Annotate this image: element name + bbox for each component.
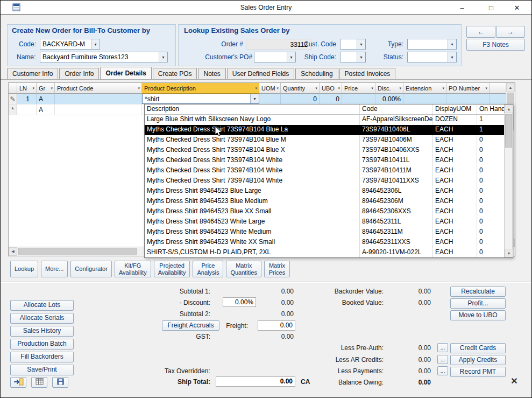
lookup-list-row[interactable]: SHIRT-S/S,CUSTOM H-D PLAID,PRT, 2XLA-990… — [145, 248, 504, 257]
status-combo[interactable]: ▾ — [407, 52, 457, 62]
column-header-product-code[interactable]: Product Code▾ — [55, 83, 142, 94]
tab-order-details[interactable]: Order Details — [100, 67, 151, 80]
lookup-list-row[interactable]: Myths Dress Shirt 89464523 White Medium8… — [145, 227, 504, 238]
apply-credits-button[interactable]: Apply Credits — [450, 355, 506, 365]
kit-fg-availability-button[interactable]: Kit/FG Availability — [115, 261, 151, 277]
minimize-button[interactable]: – — [450, 1, 474, 15]
lookup-column-header-on-hand[interactable]: On Hand — [477, 104, 504, 114]
lookup-list-row[interactable]: Myths Checked Dress Shirt 73S974B104 Blu… — [145, 145, 504, 156]
cell-product-code[interactable] — [55, 94, 142, 104]
product-description-dropdown-button[interactable]: ▾ — [250, 94, 259, 103]
lookup-list-row[interactable]: Myths Checked Dress Shirt 73S974B104 Blu… — [145, 135, 504, 145]
column-filter-icon[interactable]: ▾ — [371, 86, 373, 90]
next-order-button[interactable]: → — [496, 26, 525, 38]
column-filter-icon[interactable]: ▾ — [338, 86, 340, 90]
tab-create-pos[interactable]: Create POs — [153, 68, 197, 80]
projected-availability-button[interactable]: Projected Availability — [154, 261, 190, 277]
record-pmt-button[interactable]: Record PMT — [450, 367, 506, 377]
tab-user-defined-fields[interactable]: User Defined Fields — [227, 68, 294, 80]
chevron-down-icon[interactable]: ▾ — [357, 52, 365, 62]
column-header-gr[interactable]: Gr▾ — [37, 83, 55, 94]
customer-po-combo[interactable]: ▾ — [254, 52, 296, 62]
f3-notes-button[interactable]: F3 Notes — [466, 39, 525, 51]
more-button[interactable]: More... — [41, 261, 68, 277]
cell-ln[interactable] — [17, 104, 37, 115]
sales-history-button[interactable]: Sales History — [10, 326, 74, 337]
ar-credits-more-button[interactable]: ... — [437, 355, 448, 364]
allocate-lots-button[interactable]: Allocate Lots — [10, 300, 74, 311]
column-header-product-description[interactable]: Product Description▾ — [142, 83, 259, 94]
scrollbar-thumb[interactable] — [18, 248, 137, 255]
freight-accruals-button[interactable]: Freight Accruals — [162, 320, 219, 331]
column-filter-icon[interactable]: ▾ — [442, 86, 444, 90]
freight-field[interactable]: 0.00 — [258, 320, 295, 331]
credit-cards-button[interactable]: Credit Cards — [450, 343, 506, 353]
footer-close-button[interactable]: ✕ — [507, 375, 521, 387]
column-header-price[interactable]: Price▾ — [342, 83, 375, 94]
chevron-down-icon[interactable]: ▾ — [357, 39, 365, 49]
column-header-po-number[interactable]: PO Number▾ — [446, 83, 490, 94]
maximize-button[interactable]: □ — [479, 1, 503, 15]
column-filter-icon[interactable]: ▾ — [315, 86, 317, 90]
product-description-input[interactable]: *shirt — [143, 95, 250, 103]
type-combo[interactable]: ▾ — [407, 39, 457, 50]
ship-code-combo[interactable]: ▾ — [340, 52, 366, 62]
column-filter-icon[interactable]: ▾ — [51, 86, 53, 90]
allocate-serials-button[interactable]: Allocate Serials — [10, 313, 74, 324]
cell-discount[interactable]: 0.00% — [375, 94, 403, 104]
lookup-column-header-displayuom[interactable]: DisplayUOM — [433, 104, 477, 114]
exit-button[interactable] — [10, 377, 26, 388]
cell-quantity[interactable]: 0 — [281, 94, 320, 104]
lookup-list-row[interactable]: Large Blue Shirt with Silkscreen Navy Lo… — [145, 115, 504, 125]
move-to-ubo-button[interactable]: Move to UBO — [450, 310, 506, 320]
bill-to-name-combo[interactable]: Backyard Furniture Stores123 ▾ — [40, 52, 168, 62]
column-header-extension[interactable]: Extension▾ — [403, 83, 446, 94]
column-filter-icon[interactable]: ▾ — [32, 86, 34, 90]
scroll-down-icon[interactable]: ▼ — [505, 249, 513, 257]
cell-po-number[interactable] — [446, 94, 490, 104]
bill-to-code-combo[interactable]: BACKYARD-M ▾ — [40, 39, 100, 50]
lookup-list-row[interactable]: Myths Dress Shirt 89464523 Blue Large894… — [145, 186, 504, 197]
matrix-prices-button[interactable]: Matrix Prices — [264, 261, 290, 277]
profit-button[interactable]: Profit... — [450, 298, 506, 309]
column-filter-icon[interactable]: ▾ — [276, 86, 279, 90]
column-header-uom[interactable]: UOM▾ — [259, 83, 281, 94]
column-header-disc[interactable]: Disc.▾ — [375, 83, 403, 94]
tab-notes[interactable]: Notes — [198, 68, 225, 80]
preauth-more-button[interactable]: ... — [437, 343, 448, 352]
lookup-list-row[interactable]: Myths Dress Shirt 89464523 White XX Smal… — [145, 238, 504, 248]
cell-gr[interactable]: A — [37, 104, 55, 115]
cell-product-description[interactable]: *shirt ▾ — [142, 94, 259, 104]
close-button[interactable]: ✕ — [505, 1, 529, 15]
price-analysis-button[interactable]: Price Analysis — [193, 261, 223, 277]
chevron-down-icon[interactable]: ▾ — [448, 52, 456, 62]
lookup-list-row[interactable]: Myths Dress Shirt 89464523 White Large89… — [145, 217, 504, 227]
cust-code-combo[interactable]: ▾ — [340, 39, 366, 50]
column-filter-icon[interactable]: ▾ — [485, 86, 487, 90]
scrollbar-track[interactable] — [505, 113, 513, 249]
detail-view-button[interactable] — [31, 377, 47, 388]
tab-posted-invoices[interactable]: Posted Invoices — [339, 68, 396, 80]
lookup-list-row[interactable]: Myths Dress Shirt 89464523 Blue Medium89… — [145, 197, 504, 207]
cell-ubo[interactable]: 0 — [320, 94, 342, 104]
tab-customer-info[interactable]: Customer Info — [7, 68, 58, 80]
cell-gr[interactable]: A — [37, 94, 55, 104]
tab-order-info[interactable]: Order Info — [59, 68, 99, 80]
discount-percent-field[interactable]: 0.00% — [223, 297, 256, 307]
chevron-down-icon[interactable]: ▾ — [448, 39, 456, 49]
scroll-left-icon[interactable]: ◀ — [9, 247, 17, 256]
chevron-down-icon[interactable]: ▾ — [91, 39, 100, 49]
cell-price[interactable] — [342, 94, 375, 104]
scrollbar-thumb[interactable] — [505, 114, 512, 148]
tab-scheduling[interactable]: Scheduling — [295, 68, 338, 80]
save-button[interactable] — [52, 377, 68, 388]
production-batch-button[interactable]: Production Batch — [10, 339, 74, 350]
chevron-down-icon[interactable]: ▾ — [287, 52, 295, 62]
payments-more-button[interactable]: ... — [437, 366, 448, 375]
column-header-ubo[interactable]: UBO▾ — [320, 83, 342, 94]
scroll-up-icon[interactable]: ▲ — [506, 83, 515, 92]
matrix-quantities-button[interactable]: Matrix Quantities — [226, 261, 261, 277]
column-filter-icon[interactable]: ▾ — [399, 86, 401, 90]
recalculate-button[interactable]: Recalculate — [450, 287, 506, 297]
lookup-button[interactable]: Lookup — [10, 261, 38, 277]
